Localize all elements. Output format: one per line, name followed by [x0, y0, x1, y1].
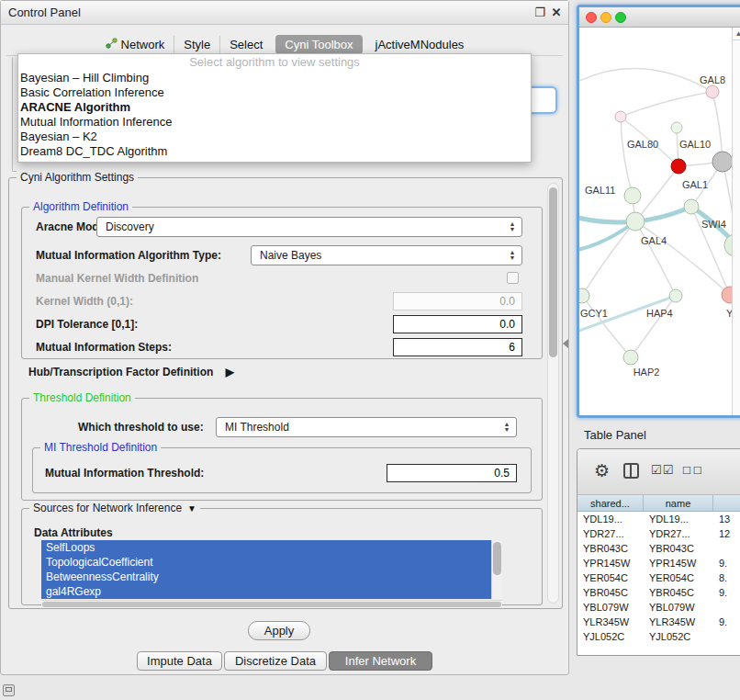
- tab-jactivemnodules[interactable]: jActiveMNodules: [366, 36, 474, 53]
- network-node[interactable]: [579, 288, 589, 303]
- network-node[interactable]: [624, 187, 641, 204]
- network-edge[interactable]: [635, 221, 676, 296]
- zoom-traffic-light[interactable]: [615, 12, 626, 23]
- tab-style[interactable]: Style: [174, 36, 219, 53]
- gear-icon[interactable]: ⚙: [594, 460, 610, 481]
- table-body: YDL19...YDL19...13YDR27...YDR27...12YBR0…: [577, 512, 740, 644]
- close-window-button[interactable]: ✕: [550, 6, 563, 19]
- impute-data-tab[interactable]: Impute Data: [137, 651, 222, 671]
- control-panel-titlebar[interactable]: Control Panel ❐ ✕: [1, 1, 568, 25]
- discretize-data-tab[interactable]: Discretize Data: [224, 651, 327, 671]
- table-cell: YPR145W: [577, 558, 644, 569]
- network-node[interactable]: [684, 199, 699, 214]
- sources-title-text: Sources for Network Inference: [33, 502, 182, 514]
- network-graph: GAL8GAL80GAL10GAL11GAL1SWI4GAL4GCY1HAP4Y…: [579, 28, 740, 415]
- attribute-list-item[interactable]: TopologicalCoefficient: [41, 555, 502, 570]
- algorithm-option[interactable]: Mutual Information Inference: [18, 115, 531, 130]
- scrollbar-thumb[interactable]: [42, 602, 501, 607]
- table-cell: YJL052C: [644, 631, 713, 642]
- algorithm-option[interactable]: Bayesian – K2: [18, 130, 531, 144]
- column-header[interactable]: shared...: [577, 495, 644, 511]
- algorithm-option[interactable]: ARACNE Algorithm: [18, 100, 531, 115]
- algorithm-option[interactable]: Bayesian – Hill Climbing: [18, 71, 531, 85]
- table-cell: 9.: [713, 558, 740, 569]
- infer-network-tab[interactable]: Infer Network: [329, 651, 432, 671]
- algorithm-option[interactable]: Basic Correlation Inference: [18, 85, 531, 100]
- mi-steps-field[interactable]: [393, 338, 522, 356]
- table-row[interactable]: YJL052CYJL052C: [577, 629, 740, 644]
- tab-label: Cyni Toolbox: [285, 38, 353, 51]
- table-row[interactable]: YBR043CYBR043C: [577, 541, 740, 556]
- settings-vscrollbar[interactable]: [547, 183, 559, 604]
- network-edge[interactable]: [582, 221, 635, 296]
- apply-button[interactable]: Apply: [248, 621, 310, 640]
- columns-icon[interactable]: [623, 463, 639, 479]
- table-row[interactable]: YER054CYER054C8.: [577, 570, 740, 585]
- network-edge[interactable]: [579, 69, 712, 92]
- network-node-label: SWI4: [701, 219, 726, 230]
- network-vscrollbar[interactable]: ▲: [732, 28, 740, 415]
- tab-select[interactable]: Select: [219, 36, 272, 53]
- column-header[interactable]: name: [644, 495, 713, 511]
- data-attributes-label: Data Attributes: [34, 525, 113, 541]
- algorithm-option[interactable]: Dream8 DC_TDC Algorithm: [18, 144, 531, 159]
- table-cell: YBR045C: [577, 587, 644, 598]
- network-node[interactable]: [615, 111, 626, 122]
- table-cell: YER054C: [577, 572, 644, 583]
- hub-definition-toggle[interactable]: Hub/Transcription Factor Definition ▶: [28, 364, 234, 380]
- network-edge[interactable]: [621, 92, 712, 117]
- table-row[interactable]: YLR345WYLR345W9.: [577, 615, 740, 629]
- which-threshold-select[interactable]: MI Threshold ▲▼: [216, 417, 517, 437]
- table-row[interactable]: YBL079WYBL079W: [577, 600, 740, 615]
- aracne-mode-value: Discovery: [106, 220, 154, 233]
- table-cell: YBL079W: [577, 602, 644, 613]
- network-canvas[interactable]: GAL8GAL80GAL10GAL11GAL1SWI4GAL4GCY1HAP4Y…: [579, 28, 740, 415]
- network-node[interactable]: [671, 159, 686, 174]
- kernel-width-field[interactable]: [393, 292, 522, 310]
- collapse-down-icon[interactable]: ▼: [187, 503, 196, 514]
- attribute-list-item[interactable]: BetweennessCentrality: [41, 570, 502, 584]
- network-node[interactable]: [623, 350, 638, 365]
- attributes-list-hscrollbar[interactable]: [41, 600, 502, 608]
- table-row[interactable]: YDR27...YDR27...12: [577, 526, 740, 541]
- network-node[interactable]: [712, 152, 733, 172]
- float-window-button[interactable]: ❐: [533, 6, 546, 19]
- network-node[interactable]: [626, 212, 645, 231]
- network-node-label: GAL11: [585, 185, 615, 196]
- panel-splitter-arrow[interactable]: [563, 339, 568, 348]
- scrollbar-thumb[interactable]: [493, 542, 501, 575]
- table-cell: YBR043C: [644, 543, 713, 554]
- table-row[interactable]: YDL19...YDL19...13: [577, 512, 740, 526]
- close-traffic-light[interactable]: [586, 12, 597, 23]
- network-node[interactable]: [669, 289, 682, 302]
- cyni-algorithm-settings-title: Cyni Algorithm Settings: [17, 171, 138, 185]
- dpi-tolerance-field[interactable]: [393, 315, 522, 333]
- table-row[interactable]: YBR045CYBR045C9.: [577, 585, 740, 600]
- tab-network[interactable]: Network: [96, 36, 174, 53]
- tab-cyni-toolbox[interactable]: Cyni Toolbox: [275, 35, 362, 54]
- network-node[interactable]: [706, 85, 719, 98]
- network-node-label: GAL8: [700, 74, 725, 85]
- network-edge[interactable]: [635, 221, 730, 295]
- attributes-list-vscrollbar[interactable]: [491, 540, 502, 599]
- manual-kernel-checkbox[interactable]: [507, 272, 519, 284]
- mi-threshold-field[interactable]: [387, 464, 517, 482]
- table-row[interactable]: YPR145WYPR145W9.: [577, 556, 740, 570]
- attribute-list-item[interactable]: SelfLoops: [41, 540, 502, 555]
- network-node-label: GCY1: [580, 308, 608, 319]
- select-all-icon[interactable]: ☑☑: [651, 463, 674, 477]
- collapsed-panel-icon[interactable]: [3, 684, 15, 696]
- aracne-mode-select[interactable]: Discovery ▲▼: [96, 217, 522, 237]
- column-header[interactable]: [713, 495, 740, 511]
- mi-type-select[interactable]: Naive Bayes ▲▼: [251, 245, 522, 265]
- minimize-traffic-light[interactable]: [600, 12, 611, 23]
- scrollbar-thumb[interactable]: [549, 187, 557, 357]
- network-node[interactable]: [671, 122, 682, 133]
- deselect-all-icon[interactable]: ☐☐: [682, 465, 704, 477]
- attribute-list-item[interactable]: gal4RGexp: [41, 584, 502, 599]
- network-node-label: GAL4: [641, 235, 667, 246]
- network-edge[interactable]: [621, 117, 633, 196]
- scroll-up-icon[interactable]: ▲: [733, 28, 740, 40]
- network-window-titlebar[interactable]: [579, 7, 740, 28]
- network-edge[interactable]: [712, 92, 723, 162]
